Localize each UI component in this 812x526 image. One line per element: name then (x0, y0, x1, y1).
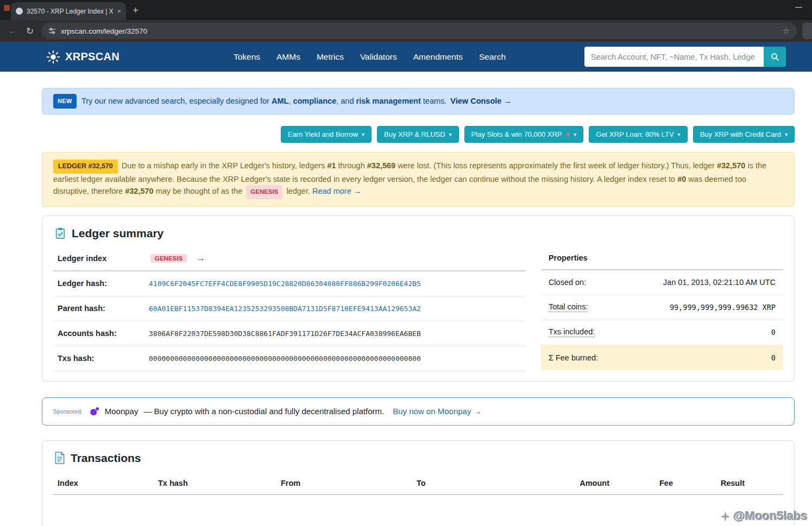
accounts-hash-value: 3806AF8F22037DE598D30D38C8861FADF391171D… (149, 329, 421, 338)
banner-bold-risk: risk management (356, 97, 421, 105)
tab-favicon-icon (16, 8, 23, 15)
heart-icon: ♥ (566, 130, 570, 138)
nav-link-tokens[interactable]: Tokens (234, 52, 260, 62)
banner-bold-aml: AML (272, 97, 288, 105)
accounts-hash-label: Accounts hash: (58, 329, 144, 338)
advanced-search-banner: NEWTry our new advanced search, especial… (42, 88, 795, 115)
parent-hash-value[interactable]: 60A01EBF11537D8394EA1235253293508BDA7131… (149, 305, 421, 313)
fee-burned-row: Σ Fee burned: 0 (541, 345, 783, 370)
tab-close-icon[interactable]: × (117, 7, 121, 15)
txs-included-row: Txs included: 0 (541, 320, 783, 345)
txs-included-label: Txs included: (549, 327, 595, 337)
watermark-text: @Moon5labs (734, 509, 808, 523)
play-slots-button[interactable]: Play Slots & win 70,000 XRP ♥ ▾ (464, 126, 584, 143)
col-tx-hash: Tx hash (158, 479, 281, 487)
sponsored-brand: Moonpay (105, 407, 139, 416)
clipboard-icon (54, 227, 66, 239)
total-coins-row: Total coins: 99,999,999,999.99632 XRP (541, 295, 783, 320)
app-icon (4, 5, 10, 11)
xrp-loan-button[interactable]: Get XRP Loan: 80% LTV ▾ (589, 126, 687, 143)
col-from: From (281, 479, 417, 487)
ledger-summary-table: Ledger index GENESIS → Ledger hash: 4109… (53, 246, 526, 371)
search-icon (771, 53, 779, 61)
caret-down-icon: ▾ (362, 131, 364, 137)
moonpay-link[interactable]: Buy now on Moonpay → (393, 407, 481, 416)
view-console-link[interactable]: View Console → (450, 97, 512, 105)
fee-burned-value: 0 (771, 353, 776, 362)
properties-table: Properties Closed on: Jan 01, 2013, 02:2… (541, 246, 783, 370)
ledger-hash-label: Ledger hash: (58, 279, 144, 288)
col-fee: Fee (609, 479, 673, 487)
parent-hash-label: Parent hash: (58, 304, 144, 313)
earn-yield-button[interactable]: Earn Yield and Borrow ▾ (281, 126, 372, 143)
ledger-number-badge: LEDGER #32,570 (53, 160, 118, 174)
brand-name: XRPSCAN (65, 50, 119, 63)
refresh-icon[interactable]: ↻ (24, 26, 36, 37)
bookmark-star-icon[interactable]: ☆ (783, 26, 790, 36)
url-text: xrpscan.com/ledger/32570 (61, 27, 778, 35)
moonpay-logo-icon (90, 407, 99, 416)
cta-button-row: Earn Yield and Borrow ▾ Buy XRP & RLUSD … (42, 126, 795, 143)
sponsored-banner: Sponsored: Moonpay — Buy crypto with a n… (42, 397, 795, 426)
genesis-badge: GENESIS (150, 254, 187, 263)
sponsored-text: — Buy crypto with a non-custodial and fu… (143, 407, 384, 416)
properties-title: Properties (549, 254, 588, 262)
site-header: XRPSCAN Tokens AMMs Metrics Validators A… (0, 42, 812, 72)
txs-hash-value: 0000000000000000000000000000000000000000… (149, 354, 421, 363)
ledger-hash-value[interactable]: 4109C6F2045FC7EFF4CDE8F9905D19C28820D863… (149, 280, 421, 288)
site-settings-icon[interactable] (48, 27, 56, 35)
section-title: Ledger summary (72, 227, 163, 240)
caret-down-icon: ▾ (678, 131, 681, 137)
total-coins-value: 99,999,999,999.99632 XRP (670, 303, 776, 312)
nav-link-amendments[interactable]: Amendments (413, 52, 463, 62)
search-button[interactable] (764, 47, 786, 67)
search-input[interactable] (584, 47, 764, 67)
transactions-title: Transactions (54, 452, 783, 465)
browser-toolbar: ← ↻ xrpscan.com/ledger/32570 ☆ (0, 20, 812, 42)
closed-on-label: Closed on: (549, 278, 586, 287)
new-badge: NEW (53, 94, 77, 109)
total-coins-label: Total coins: (549, 302, 588, 312)
read-more-link[interactable]: Read more → (312, 187, 361, 195)
profile-icon[interactable] (802, 23, 812, 39)
next-ledger-arrow[interactable]: → (196, 253, 205, 264)
col-result: Result (673, 479, 783, 487)
col-index: Index (58, 479, 158, 487)
txs-hash-row: Txs hash: 000000000000000000000000000000… (53, 346, 526, 371)
col-amount: Amount (569, 479, 609, 487)
window-minimize-icon[interactable]: — (795, 3, 802, 11)
nav-link-validators[interactable]: Validators (360, 52, 397, 62)
main-nav: Tokens AMMs Metrics Validators Amendment… (234, 52, 506, 62)
buy-xrp-credit-card-button[interactable]: Buy XRP with Credit Card ▾ (693, 126, 795, 143)
caret-down-icon: ▾ (785, 131, 788, 137)
col-to: To (417, 479, 569, 487)
fee-burned-label: Σ Fee burned: (549, 353, 598, 362)
caret-down-icon: ▾ (574, 131, 576, 137)
banner-bold-compliance: compliance (293, 97, 336, 105)
txs-hash-label: Txs hash: (58, 354, 144, 363)
closed-on-row: Closed on: Jan 01, 2013, 02:21:10 AM UTC (541, 270, 783, 295)
closed-on-value: Jan 01, 2013, 02:21:10 AM UTC (663, 278, 776, 287)
xrpscan-logo[interactable]: XRPSCAN (46, 50, 119, 64)
header-search (584, 47, 786, 67)
buy-xrp-rlusd-button[interactable]: Buy XRP & RLUSD ▾ (377, 126, 459, 143)
address-bar[interactable]: xrpscan.com/ledger/32570 ☆ (41, 23, 797, 39)
sun-icon (46, 50, 60, 64)
document-icon (54, 452, 65, 464)
tab-strip: 32570 - XRP Ledger Index | XRP... × + — (0, 0, 812, 20)
new-tab-button[interactable]: + (133, 4, 139, 16)
page-content: NEWTry our new advanced search, especial… (42, 72, 795, 526)
browser-chrome: 32570 - XRP Ledger Index | XRP... × + — … (0, 0, 812, 42)
genesis-badge: GENESIS (246, 185, 282, 199)
nav-link-metrics[interactable]: Metrics (317, 52, 344, 62)
accounts-hash-row: Accounts hash: 3806AF8F22037DE598D30D38C… (53, 321, 526, 346)
nav-link-search[interactable]: Search (479, 52, 506, 62)
transactions-header-row: Index Tx hash From To Amount Fee Result (53, 471, 783, 495)
browser-tab[interactable]: 32570 - XRP Ledger Index | XRP... × (11, 2, 126, 20)
ledger-hash-row: Ledger hash: 4109C6F2045FC7EFF4CDE8F9905… (53, 271, 526, 296)
nav-link-amms[interactable]: AMMs (276, 52, 300, 62)
back-icon[interactable]: ← (7, 26, 18, 36)
ledger-index-label: Ledger index (58, 254, 144, 263)
properties-header-row: Properties (541, 246, 783, 270)
sparkle-icon (720, 511, 731, 522)
